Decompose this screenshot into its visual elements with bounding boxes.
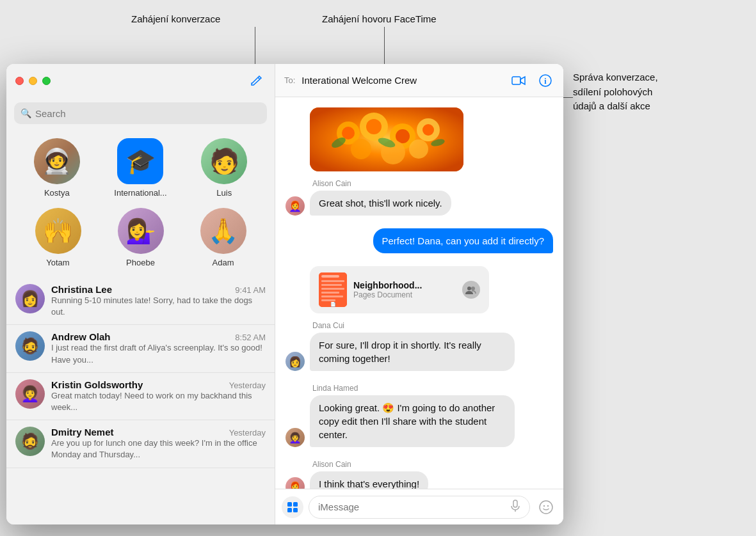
conv-content-andrew: Andrew Olah 8:52 AM I just read the firs… [51,331,266,365]
conversation-christina[interactable]: 👩 Christina Lee 9:41 AM Running 5-10 min… [6,278,275,325]
conv-name-andrew: Andrew Olah [51,331,111,342]
pinned-contact-international[interactable]: 🎓 International... [114,138,166,198]
conv-header-dmitry: Dmitry Nemet Yesterday [51,427,266,437]
search-bar[interactable]: 🔍 [14,102,267,124]
message-row-outgoing-1: Perfect! Dana, can you add it directly? [286,228,553,253]
svg-point-37 [547,505,549,506]
search-icon: 🔍 [20,108,31,118]
pinned-row-2: 🙌 Yotam 💁‍♀️ Phoebe [6,205,275,275]
main-window: 🔍 🧑‍🚀 Kostya 🎓 [6,64,563,524]
apps-button[interactable] [282,496,303,518]
avatar-kristin: 👩‍🦱 [15,379,45,409]
svg-point-5 [342,127,355,139]
avatar-phoebe: 💁‍♀️ [118,208,164,254]
avatar-adam: 🙏 [200,208,246,254]
svg-rect-31 [287,508,292,512]
fullscreen-button[interactable] [42,77,51,85]
conv-name-dmitry: Dmitry Nemet [51,427,114,437]
avatar-andrew: 🧔 [15,331,45,361]
svg-rect-21 [321,284,342,286]
doc-bubble: 📄 Neighborhood... Pages Document [310,266,489,313]
facetime-video-button[interactable] [510,72,527,90]
message-group-dana: Dana Cui 👩 For sure, I'll drop it in sho… [286,321,553,374]
pinned-contact-phoebe[interactable]: 💁‍♀️ Phoebe [118,208,164,267]
titlebar [6,64,275,97]
avatar-linda: 👩‍🦱 [286,428,305,447]
emoji-button[interactable] [535,496,557,518]
svg-rect-0 [512,77,520,84]
close-button[interactable] [15,77,24,85]
svg-point-28 [471,287,475,290]
conv-time-dmitry: Yesterday [229,428,266,437]
chat-recipient: Interational Welcome Crew [302,75,503,86]
avatar-wrap-international: 🎓 [117,138,163,184]
svg-point-7 [366,119,382,134]
annotation-zahajeni-facetime: Zahájení hovoru FaceTime [322,13,437,26]
bubble-alison-2: I think that's everything! [310,471,428,489]
minimize-button[interactable] [29,77,37,85]
sender-name-alison: Alison Cain [312,179,553,188]
conversation-dmitry[interactable]: 🧔 Dmitry Nemet Yesterday Are you up for … [6,420,275,468]
doc-type: Pages Document [353,290,456,299]
info-button[interactable]: i [536,72,554,90]
svg-point-36 [543,505,545,506]
contact-label-international: International... [114,188,166,198]
avatar-luis: 🧑 [201,138,247,184]
contact-label-kostya: Kostya [44,188,70,198]
bubble-dana: For sure, I'll drop it in shortly. It's … [310,333,515,371]
avatar-wrap-yotam: 🙌 [35,208,81,254]
avatar-christina: 👩 [15,284,45,313]
conv-content-kristin: Kristin Goldsworthy Yesterday Great matc… [51,379,266,413]
pinned-contact-yotam[interactable]: 🙌 Yotam [35,208,81,267]
compose-button[interactable] [248,72,266,90]
sidebar: 🔍 🧑‍🚀 Kostya 🎓 [6,64,275,524]
annotation-zahajeni-konverzace: Zahájení konverzace [131,13,220,26]
doc-group-icon [462,281,480,299]
conv-preview-dmitry: Are you up for lunch one day this week? … [51,437,266,461]
svg-point-14 [409,139,428,159]
message-group-alison-2: Alison Cain 👩‍🦰 I think that's everythin… [286,460,553,489]
svg-rect-25 [321,299,335,301]
bubble-linda: Looking great. 😍 I'm going to do another… [310,395,515,447]
avatar-dmitry: 🧔 [15,427,45,456]
audio-icon [510,500,520,515]
avatar-wrap-adam: 🙏 [200,208,246,254]
chat-header: To: Interational Welcome Crew i [275,64,563,97]
chat-header-icons: i [510,72,554,90]
conv-content-dmitry: Dmitry Nemet Yesterday Are you up for lu… [51,427,266,461]
svg-point-11 [422,124,434,136]
flower-image [310,107,463,171]
svg-rect-33 [513,500,517,507]
conv-preview-kristin: Great match today! Need to work on my ba… [51,390,266,413]
contact-label-adam: Adam [213,258,234,267]
search-input[interactable] [35,108,261,119]
svg-point-35 [540,501,552,514]
traffic-lights [15,77,51,85]
svg-rect-32 [293,508,298,512]
to-label: To: [284,75,295,85]
message-row-linda: 👩‍🦱 Looking great. 😍 I'm going to do ano… [286,395,553,447]
message-input[interactable] [318,501,505,512]
pinned-contact-luis[interactable]: 🧑 Luis [201,138,247,198]
conv-name-christina: Christina Lee [51,284,112,295]
message-input-wrap[interactable] [309,496,530,519]
svg-rect-22 [321,288,344,290]
sender-name-linda: Linda Hamed [312,384,553,393]
conversation-andrew[interactable]: 🧔 Andrew Olah 8:52 AM I just read the fi… [6,325,275,372]
image-message-flowers [286,107,553,171]
pinned-contact-kostya[interactable]: 🧑‍🚀 Kostya [34,138,80,198]
avatar-wrap-phoebe: 💁‍♀️ [118,208,164,254]
contact-label-yotam: Yotam [46,258,69,267]
avatar-yotam: 🙌 [35,208,81,254]
pinned-contact-adam[interactable]: 🙏 Adam [200,208,246,267]
message-row-dana: 👩 For sure, I'll drop it in shortly. It'… [286,333,553,371]
conversation-kristin[interactable]: 👩‍🦱 Kristin Goldsworthy Yesterday Great … [6,373,275,420]
avatar-wrap-luis: 🧑 [201,138,247,184]
messages-area: Alison Cain 👩‍🦰 Great shot, this'll work… [275,97,563,489]
avatar-alison-2: 👩‍🦰 [286,477,305,489]
conv-name-kristin: Kristin Goldsworthy [51,379,143,390]
svg-rect-19 [321,275,339,278]
conversation-list: 👩 Christina Lee 9:41 AM Running 5-10 min… [6,278,275,524]
document-message: 📄 Neighborhood... Pages Document [310,266,553,313]
svg-rect-24 [321,296,343,297]
